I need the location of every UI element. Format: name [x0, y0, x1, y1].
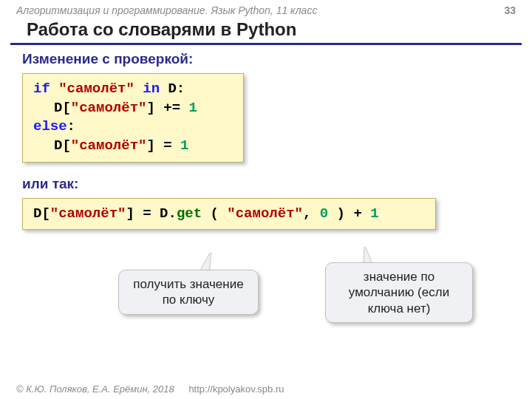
callout-pointer-icon [200, 252, 215, 271]
keyword-in: in [143, 81, 160, 97]
bracket: ] [126, 205, 134, 222]
code-line-get: D["самолёт"] = D.get ( "самолёт", 0 ) + … [33, 205, 425, 224]
operator: = [163, 137, 171, 154]
bracket: ] [146, 100, 154, 116]
slide-footer: © К.Ю. Поляков, Е.А. Ерёмин, 2018 http:/… [16, 383, 284, 395]
section-1-label: Изменение с проверкой: [22, 51, 510, 67]
variable: D[ [54, 100, 71, 116]
string-literal: "самолёт" [71, 100, 147, 116]
string-literal: "самолёт" [71, 137, 147, 154]
number-literal: 1 [188, 100, 197, 116]
function-get: get [177, 205, 202, 222]
slide-title: Работа со словарями в Python [10, 18, 522, 45]
number-literal: 0 [320, 205, 328, 222]
operator: + [353, 205, 361, 222]
code-block-get: D["самолёт"] = D.get ( "самолёт", 0 ) + … [22, 198, 436, 231]
section-2-label: или так: [22, 176, 510, 192]
paren: ( [211, 205, 219, 222]
keyword-if: if [33, 81, 50, 97]
callout-default-value: значение по умолчанию (если ключа нет) [325, 262, 473, 323]
dot: . [168, 205, 176, 222]
keyword-else: else [33, 118, 67, 134]
code-line-1: if "самолёт" in D: [33, 80, 233, 99]
slide-content: Изменение с проверкой: if "самолёт" in D… [0, 51, 532, 344]
bracket: ] [146, 137, 154, 154]
code-line-4: D["самолёт"] = 1 [33, 137, 233, 156]
string-literal: "самолёт" [50, 205, 126, 222]
variable: D: [168, 81, 185, 97]
code-line-2: D["самолёт"] += 1 [33, 99, 233, 118]
number-literal: 1 [180, 137, 188, 154]
operator: = [143, 205, 151, 222]
colon: : [67, 118, 75, 134]
course-label: Алгоритмизация и программирование. Язык … [16, 4, 317, 16]
slide-header: Алгоритмизация и программирование. Язык … [0, 0, 532, 18]
code-line-3: else: [33, 117, 233, 137]
variable: D [160, 205, 168, 222]
footer-url: http://kpolyakov.spb.ru [188, 383, 284, 395]
paren: ) [337, 205, 345, 222]
callout-get-by-key: получить значение по ключу [118, 270, 259, 315]
page-number: 33 [504, 4, 516, 16]
variable: D[ [33, 205, 50, 222]
comma: , [303, 205, 311, 222]
operator: += [163, 100, 180, 116]
string-literal: "самолёт" [58, 81, 134, 97]
number-literal: 1 [370, 205, 378, 222]
callouts-area: получить значение по ключу значение по у… [22, 255, 510, 344]
string-literal: "самолёт" [227, 205, 303, 222]
variable: D[ [54, 137, 71, 154]
footer-authors: © К.Ю. Поляков, Е.А. Ерёмин, 2018 [16, 383, 174, 395]
code-block-if-else: if "самолёт" in D: D["самолёт"] += 1 els… [22, 73, 244, 163]
